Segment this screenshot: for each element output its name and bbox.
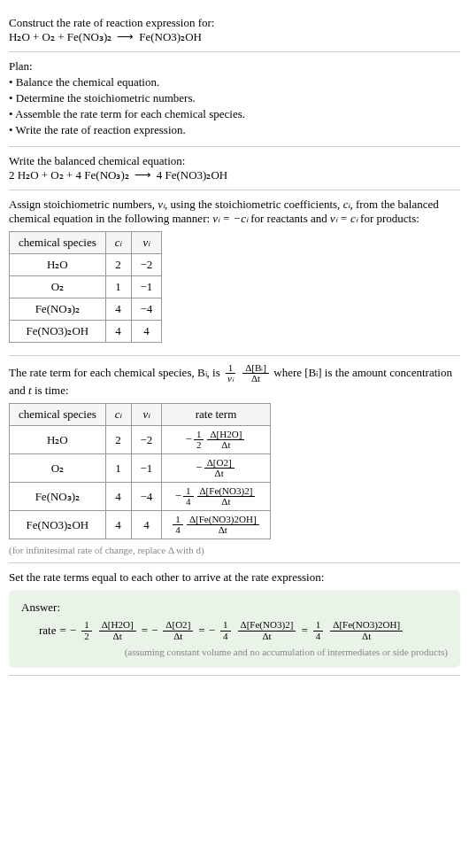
fraction: Δ[O2]Δt xyxy=(163,620,193,640)
plan-bullet: • Assemble the rate term for each chemic… xyxy=(9,107,460,121)
plan-section: Plan: • Balance the chemical equation. •… xyxy=(9,52,460,147)
question-section: Construct the rate of reaction expressio… xyxy=(9,9,460,52)
set-equal-text: Set the rate terms equal to each other t… xyxy=(9,570,460,585)
balanced-equation: 2 H₂O + O₂ + 4 Fe(NO₃)₂ ⟶ 4 Fe(NO3)₂OH xyxy=(9,168,460,182)
question-title: Construct the rate of reaction expressio… xyxy=(9,16,460,30)
fraction: Δ[H2O]Δt xyxy=(207,430,244,450)
eq-products: 4 Fe(NO3)₂OH xyxy=(157,168,227,182)
eq-products: Fe(NO3)₂OH xyxy=(139,30,202,44)
relation-products: νᵢ = cᵢ xyxy=(330,212,358,225)
plan-title: Plan: xyxy=(9,59,460,74)
fraction: 14 xyxy=(173,515,183,535)
nu-symbol: νᵢ xyxy=(158,198,165,211)
fraction: Δ[Fe(NO3)2OH]Δt xyxy=(187,515,259,535)
stoich-section: Assign stoichiometric numbers, νᵢ, using… xyxy=(9,190,460,356)
stoich-intro: Assign stoichiometric numbers, νᵢ, using… xyxy=(9,198,460,226)
arrow-icon: ⟶ xyxy=(135,168,151,182)
table-row: Fe(NO3)₂OH44 xyxy=(10,321,162,343)
answer-note: (assuming constant volume and no accumul… xyxy=(21,647,448,657)
table-row: Fe(NO3)₂OH44 14Δ[Fe(NO3)2OH]Δt xyxy=(10,511,271,539)
rate-term-intro: The rate term for each chemical species,… xyxy=(9,363,460,398)
stoich-table: chemical species cᵢ νᵢ H₂O2−2 O₂1−1 Fe(N… xyxy=(9,231,162,343)
table-header-row: chemical species cᵢ νᵢ rate term xyxy=(10,404,271,426)
fraction: Δ[O2]Δt xyxy=(204,458,234,478)
fraction: 12 xyxy=(194,430,204,450)
rate-term-table: chemical species cᵢ νᵢ rate term H₂O2−2 … xyxy=(9,403,271,539)
col-ci: cᵢ xyxy=(105,232,131,254)
col-nui: νᵢ xyxy=(131,232,162,254)
table-row: O₂1−1 −Δ[O2]Δt xyxy=(10,454,271,483)
fraction: Δ[Fe(NO3)2]Δt xyxy=(238,620,296,640)
col-species: chemical species xyxy=(10,232,106,254)
plan-bullet: • Write the rate of reaction expression. xyxy=(9,123,460,137)
unbalanced-equation: H₂O + O₂ + Fe(NO₃)₂ ⟶ Fe(NO3)₂OH xyxy=(9,30,460,44)
fraction: 12 xyxy=(81,620,92,640)
eq-reactants: H₂O + O₂ + Fe(NO₃)₂ xyxy=(9,30,111,44)
col-rate-term: rate term xyxy=(162,404,270,426)
fraction: Δ[Bᵢ]Δt xyxy=(242,363,269,384)
col-ci: cᵢ xyxy=(105,404,131,426)
table-row: Fe(NO₃)₂4−4 −14Δ[Fe(NO3)2]Δt xyxy=(10,483,271,511)
delta-note: (for infinitesimal rate of change, repla… xyxy=(9,545,460,555)
rate-term-section: The rate term for each chemical species,… xyxy=(9,356,460,563)
table-header-row: chemical species cᵢ νᵢ xyxy=(10,232,162,254)
col-nui: νᵢ xyxy=(131,404,162,426)
fraction: 14 xyxy=(183,486,194,507)
fraction: 14 xyxy=(313,620,324,640)
answer-box: Answer: rate = − 12 Δ[H2O]Δt = − Δ[O2]Δt… xyxy=(9,590,460,667)
fraction: Δ[H2O]Δt xyxy=(99,620,136,640)
balanced-section: Write the balanced chemical equation: 2 … xyxy=(9,147,460,190)
fraction: 14 xyxy=(220,620,231,640)
answer-title: Answer: xyxy=(21,601,448,615)
table-row: H₂O2−2 −12Δ[H2O]Δt xyxy=(10,426,271,454)
relation-reactants: νᵢ = −cᵢ xyxy=(212,212,248,225)
fraction: Δ[Fe(NO3)2OH]Δt xyxy=(330,620,403,640)
table-row: O₂1−1 xyxy=(10,276,162,298)
table-row: Fe(NO₃)₂4−4 xyxy=(10,298,162,321)
plan-bullet: • Balance the chemical equation. xyxy=(9,75,460,89)
arrow-icon: ⟶ xyxy=(117,30,134,44)
fraction: 1νᵢ xyxy=(225,363,236,384)
plan-bullet: • Determine the stoichiometric numbers. xyxy=(9,91,460,105)
fraction: Δ[Fe(NO3)2]Δt xyxy=(197,486,256,507)
col-species: chemical species xyxy=(10,404,106,426)
rate-expression: rate = − 12 Δ[H2O]Δt = − Δ[O2]Δt = − 14 … xyxy=(21,620,448,640)
table-row: H₂O2−2 xyxy=(10,254,162,276)
balanced-title: Write the balanced chemical equation: xyxy=(9,154,460,168)
set-equal-section: Set the rate terms equal to each other t… xyxy=(9,563,460,675)
rate-label: rate xyxy=(39,624,56,638)
eq-reactants: 2 H₂O + O₂ + 4 Fe(NO₃)₂ xyxy=(9,168,129,182)
